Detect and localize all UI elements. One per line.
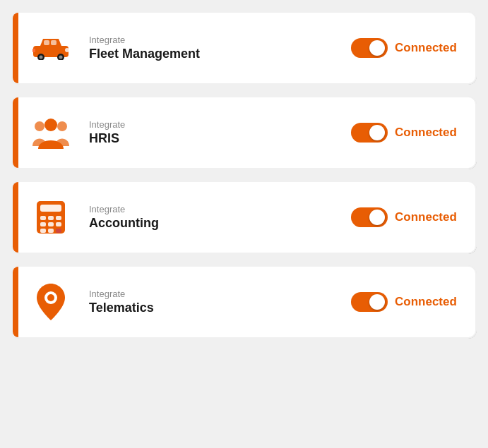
telematics-status: Connected <box>395 295 458 309</box>
card-accent-bar <box>13 97 18 168</box>
telematics-toggle[interactable] <box>351 292 388 312</box>
svg-rect-19 <box>56 222 61 226</box>
accounting-card: Integrate Accounting Connected <box>11 181 477 254</box>
hris-toggle[interactable] <box>351 123 388 143</box>
telematics-service-name: Telematics <box>89 301 337 315</box>
hris-service-name: HRIS <box>89 131 337 146</box>
accounting-service-name: Accounting <box>89 216 337 231</box>
accounting-status: Connected <box>395 210 458 224</box>
integrate-label-hris: Integrate <box>89 119 337 130</box>
card-accent-bar <box>13 267 18 337</box>
accounting-toggle[interactable] <box>351 207 388 227</box>
hris-status: Connected <box>395 126 458 140</box>
integrate-label-telematics: Integrate <box>89 289 337 299</box>
telematics-toggle-section: Connected <box>351 292 458 312</box>
svg-rect-8 <box>32 49 35 52</box>
telematics-card: Integrate Telematics Connected <box>11 265 477 339</box>
svg-rect-13 <box>40 205 61 212</box>
hris-icon <box>30 111 72 154</box>
accounting-content: Integrate Accounting <box>89 204 337 231</box>
integrate-label-fleet: Integrate <box>89 35 337 45</box>
hris-toggle-section: Connected <box>351 123 458 143</box>
svg-point-10 <box>57 121 67 131</box>
svg-rect-2 <box>51 40 56 45</box>
svg-rect-17 <box>40 222 46 226</box>
svg-point-11 <box>44 119 57 131</box>
svg-rect-18 <box>48 222 54 226</box>
fleet-service-name: Fleet Management <box>89 47 337 61</box>
svg-rect-20 <box>40 229 46 233</box>
fleet-toggle-thumb <box>369 40 385 56</box>
svg-rect-16 <box>56 216 61 220</box>
accounting-toggle-section: Connected <box>351 207 458 227</box>
svg-point-7 <box>65 48 69 52</box>
svg-point-6 <box>59 56 63 59</box>
fleet-toggle-section: Connected <box>351 38 458 58</box>
svg-point-24 <box>47 294 54 301</box>
hris-content: Integrate HRIS <box>89 119 337 146</box>
fleet-icon <box>30 27 72 69</box>
svg-rect-21 <box>48 229 54 233</box>
card-body: Integrate HRIS Connected <box>11 96 477 169</box>
fleet-toggle-track <box>351 38 388 58</box>
telematics-content: Integrate Telematics <box>89 289 337 315</box>
card-body: Integrate Fleet Management Connected <box>11 11 477 85</box>
fleet-management-card: Integrate Fleet Management Connected <box>11 11 477 85</box>
fleet-content: Integrate Fleet Management <box>89 35 337 61</box>
svg-rect-22 <box>56 229 61 233</box>
hris-card: Integrate HRIS Connected <box>11 96 477 169</box>
card-body: Integrate Telematics Connected <box>11 265 477 339</box>
svg-rect-15 <box>48 216 54 220</box>
svg-rect-14 <box>40 216 46 220</box>
telematics-toggle-thumb <box>369 294 385 310</box>
accounting-icon <box>30 196 72 238</box>
card-accent-bar <box>13 182 18 253</box>
fleet-toggle[interactable] <box>351 38 388 58</box>
card-accent-bar <box>13 13 18 83</box>
fleet-status: Connected <box>395 41 458 55</box>
hris-toggle-track <box>351 123 388 143</box>
integrate-label-accounting: Integrate <box>89 204 337 214</box>
accounting-toggle-track <box>351 207 388 227</box>
svg-point-9 <box>35 121 44 131</box>
telematics-icon <box>30 281 72 323</box>
hris-toggle-thumb <box>369 125 385 140</box>
svg-rect-1 <box>44 40 49 45</box>
telematics-toggle-track <box>351 292 388 312</box>
svg-point-4 <box>40 56 43 59</box>
card-body: Integrate Accounting Connected <box>11 181 477 254</box>
accounting-toggle-thumb <box>369 210 385 225</box>
